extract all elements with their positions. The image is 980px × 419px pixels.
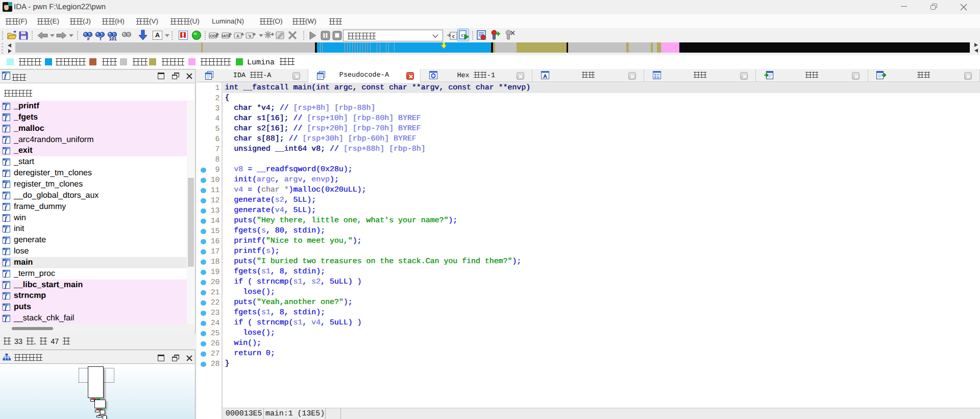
svg-text:'s: 's	[248, 34, 251, 38]
svg-text:A: A	[236, 34, 239, 38]
svg-text:c: c	[452, 33, 455, 39]
svg-text:101: 101	[109, 36, 116, 41]
svg-text:#: #	[87, 36, 89, 41]
svg-text:c: c	[461, 32, 464, 38]
svg-text:T: T	[99, 36, 102, 41]
